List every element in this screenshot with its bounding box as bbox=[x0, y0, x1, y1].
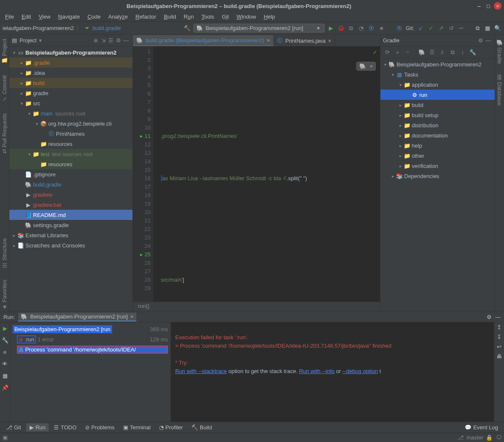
menu-window[interactable]: Window bbox=[233, 13, 259, 21]
editor-crumb[interactable]: run{} bbox=[133, 302, 380, 312]
tree-buildgradle[interactable]: 🐘build.gradle bbox=[9, 179, 132, 189]
run-output[interactable]: Execution failed for task ':run'. > Proc… bbox=[171, 322, 494, 422]
analysis-ok-icon[interactable]: ✓ bbox=[373, 49, 377, 55]
status-git[interactable]: ⎇ Git bbox=[3, 423, 25, 431]
pin-icon[interactable]: 📌 bbox=[1, 383, 9, 392]
gradle-buildsetup[interactable]: ▸📁build setup bbox=[380, 110, 495, 120]
status-profiler[interactable]: ◔ Profiler bbox=[156, 423, 186, 431]
settings-icon[interactable]: ⚙ bbox=[487, 314, 492, 320]
git-update-icon[interactable]: ↙ bbox=[417, 25, 424, 32]
stop-icon[interactable]: ■ bbox=[1, 348, 9, 356]
status-run[interactable]: ▶ Run bbox=[26, 423, 49, 431]
branch-icon[interactable]: ⎇ bbox=[457, 434, 464, 441]
gradle-other[interactable]: ▸📁other bbox=[380, 151, 495, 161]
gradle-sync-icon[interactable]: 🐘 bbox=[359, 63, 366, 69]
gradle-root[interactable]: ▾🐘Beispielaufgaben-Programmieren2 bbox=[380, 59, 495, 69]
sidetab-database[interactable]: 🗄 Database bbox=[496, 73, 503, 107]
remove-icon[interactable]: − bbox=[403, 48, 412, 57]
breadcrumb-file[interactable]: build.gradle bbox=[92, 25, 121, 31]
tree-gitignore[interactable]: 📄.gitignore bbox=[9, 169, 132, 179]
gradle-verification[interactable]: ▸📁verification bbox=[380, 161, 495, 171]
rerun-icon[interactable]: ▶ bbox=[1, 324, 9, 332]
tree-scratch[interactable]: ▸📑Scratches and Consoles bbox=[9, 240, 132, 250]
attach-icon[interactable]: ⦿ bbox=[368, 25, 375, 32]
tree-src-dir[interactable]: ▾📁src bbox=[9, 98, 132, 108]
code-text[interactable]: .prog2.beispiele.cli.PrintNames' ax Miri… bbox=[153, 47, 380, 302]
stop-icon[interactable]: ■ bbox=[378, 25, 386, 32]
menu-help[interactable]: Help bbox=[260, 13, 278, 21]
menu-view[interactable]: View bbox=[35, 13, 54, 21]
run-config-select[interactable]: 🐘 Beispielaufgaben-Programmieren2 [run] … bbox=[193, 24, 325, 33]
elephant-icon[interactable]: 🐘 bbox=[418, 48, 426, 57]
editor-tab-printnames[interactable]: ⓒ PrintNames.java × bbox=[274, 35, 335, 46]
gradle-run[interactable]: ⚙run bbox=[380, 90, 495, 100]
sidetab-pull-requests[interactable]: ⇄ Pull Requests bbox=[1, 112, 8, 155]
coverage-icon[interactable]: ⧉ bbox=[347, 25, 355, 32]
locate-icon[interactable]: ⊕ bbox=[92, 37, 99, 44]
menu-navigate[interactable]: Navigate bbox=[55, 13, 83, 21]
tree-main-dir[interactable]: ▾📁mainsources root bbox=[9, 108, 132, 118]
tree-package[interactable]: ▾📦org.htw.prog2.beispiele.cli bbox=[9, 118, 132, 129]
gradle-application[interactable]: ▾📁application bbox=[380, 80, 495, 90]
hide-icon[interactable]: — bbox=[495, 314, 501, 320]
print-icon[interactable]: 🖶 bbox=[496, 353, 502, 360]
sidetab-favorites[interactable]: ★ Favorites bbox=[1, 278, 8, 312]
git-commit-icon[interactable]: ✓ bbox=[427, 25, 435, 32]
tree-test-dir[interactable]: ▾📁testtest sources root bbox=[9, 149, 132, 159]
gradle-deps[interactable]: ▸📚Dependencies bbox=[380, 171, 495, 181]
ide-settings2-icon[interactable]: ▦ bbox=[484, 25, 491, 32]
breadcrumb-root[interactable]: ielaufgaben-Programmieren2 bbox=[3, 25, 74, 31]
close-button[interactable]: × bbox=[494, 2, 501, 10]
expand-icon[interactable]: ⇲ bbox=[99, 37, 107, 44]
status-eventlog[interactable]: 💬 Event Log bbox=[461, 423, 501, 431]
run-tree-task[interactable]: ⊘ :run 1 error 129 ms bbox=[11, 334, 170, 344]
gradle-documentation[interactable]: ▸📁documentation bbox=[380, 130, 495, 140]
menu-run[interactable]: Run bbox=[180, 13, 197, 21]
git-history-icon[interactable]: ↺ bbox=[447, 25, 455, 32]
hide-icon[interactable]: — bbox=[485, 37, 492, 44]
tree-gradle2-dir[interactable]: ▸📁gradle bbox=[9, 88, 132, 98]
status-terminal[interactable]: ▣ Terminal bbox=[120, 423, 154, 431]
minimize-button[interactable]: ‒ bbox=[475, 2, 483, 10]
git-rollback-icon[interactable]: ⤺ bbox=[457, 25, 465, 32]
scroll-up-icon[interactable]: ↥ bbox=[497, 324, 501, 330]
git-push-icon[interactable]: ↗ bbox=[437, 25, 445, 32]
ide-settings-icon[interactable]: ⧉ bbox=[474, 25, 481, 32]
status-todo[interactable]: ☰ TODO bbox=[50, 423, 80, 431]
tree-build-dir[interactable]: ▸📁build bbox=[9, 78, 132, 88]
run-tree-error[interactable]: ⚠ Process 'command '/home/wojtek/tools/I… bbox=[11, 344, 170, 354]
refresh-icon[interactable]: ⟳ bbox=[383, 48, 391, 57]
menu-build[interactable]: Build bbox=[160, 13, 179, 21]
deps-icon[interactable]: ⫴ bbox=[438, 48, 446, 57]
notif-icon[interactable]: 🗨 bbox=[496, 434, 501, 441]
close-icon[interactable]: × bbox=[267, 37, 270, 44]
search-icon[interactable]: ⦿ bbox=[396, 25, 403, 32]
chevron-down-icon[interactable]: ▾ bbox=[39, 37, 42, 44]
menu-code[interactable]: Code bbox=[84, 13, 104, 21]
close-icon[interactable]: × bbox=[130, 313, 134, 320]
gradle-tasks[interactable]: ▾▦Tasks bbox=[380, 69, 495, 80]
maximize-button[interactable]: □ bbox=[485, 2, 492, 10]
sidetab-commit[interactable]: ✓ Commit bbox=[1, 74, 8, 104]
tree-readme[interactable]: 📘README.md bbox=[9, 210, 132, 220]
gradle-distribution[interactable]: ▸📁distribution bbox=[380, 120, 495, 130]
status-problems[interactable]: ⊘ Problems bbox=[82, 423, 118, 431]
scroll-down-icon[interactable]: ↧ bbox=[497, 334, 501, 340]
add-icon[interactable]: ＋ bbox=[393, 48, 402, 57]
tree-test-resources[interactable]: 📁resources bbox=[9, 159, 132, 169]
sidetab-structure[interactable]: ☰ Structure bbox=[1, 236, 8, 270]
menu-tools[interactable]: Tools bbox=[198, 13, 218, 21]
collapse-icon[interactable]: ☰ bbox=[107, 37, 115, 44]
tree-gradle-dir[interactable]: ▸📁.gradle bbox=[9, 58, 132, 68]
gradle-build[interactable]: ▸📁build bbox=[380, 100, 495, 110]
editor-tab-buildgradle[interactable]: 🐘 build.gradle (Beispielaufgaben-Program… bbox=[133, 35, 274, 46]
close-icon[interactable]: × bbox=[328, 38, 331, 44]
run-tab[interactable]: 🐘 Beispielaufgaben-Programmieren2 [run] … bbox=[18, 313, 136, 321]
lock-icon[interactable]: 🔒 bbox=[486, 434, 493, 441]
wrap-icon[interactable]: ↩ bbox=[497, 343, 501, 350]
code-area[interactable]: 12345678910 ▸ 11121314151617181920212223… bbox=[133, 47, 380, 302]
tree-idea-dir[interactable]: ▸📁.idea bbox=[9, 68, 132, 78]
settings-icon[interactable]: ⚙ bbox=[477, 37, 485, 44]
close-icon[interactable]: × bbox=[369, 63, 373, 69]
tree-root[interactable]: ▾▭Beispielaufgaben-Programmieren2 bbox=[9, 47, 132, 58]
